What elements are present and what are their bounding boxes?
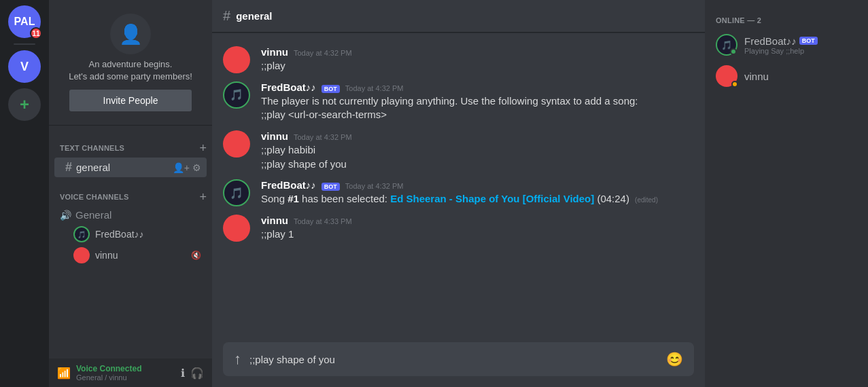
avatar-vinnu-2 <box>223 130 250 158</box>
message-text-3: ;;play habibi ;;play shape of you <box>261 143 694 171</box>
members-sidebar: ONLINE — 2 🎵 FredBoat♪♪ BOT Playing Say … <box>705 0 868 387</box>
song-duration: (04:24) <box>597 193 629 204</box>
channel-name-general: general <box>76 162 169 173</box>
server-divider <box>14 43 35 45</box>
channel-hash-icon: # <box>65 160 72 174</box>
message-author-3: vinnu <box>261 130 288 142</box>
chat-input-wrapper: ↑ 😊 <box>223 342 694 376</box>
member-item-vinnu[interactable]: vinnu <box>710 61 863 91</box>
voice-connected-status: Voice Connected <box>76 364 175 373</box>
voice-member-avatar-vinnu <box>73 247 90 263</box>
voice-connected-channel: General / vinnu <box>76 373 175 382</box>
voice-connected-bar: 📶 Voice Connected General / vinnu ℹ 🎧 <box>49 358 212 387</box>
song-prefix: Song <box>261 193 288 204</box>
chat-input-area: ↑ 😊 <box>212 342 705 387</box>
message-content-3: vinnu Today at 4:32 PM ;;play habibi ;;p… <box>261 130 694 171</box>
invite-people-button[interactable]: Invite People <box>69 90 192 111</box>
speaker-icon: 🔊 <box>60 210 71 221</box>
song-bold: #1 <box>288 193 299 204</box>
message-author-2: FredBoat♪♪ <box>261 81 316 93</box>
chat-channel-name: general <box>236 10 272 22</box>
settings-icon[interactable]: ⚙ <box>192 162 201 173</box>
voice-member-avatar-fredboat: 🎵 <box>73 226 90 242</box>
voice-connected-text: Voice Connected General / vinnu <box>76 364 175 382</box>
chat-hash-icon: # <box>223 8 230 24</box>
voice-channels-title: VOICE CHANNELS <box>60 193 128 201</box>
server-icon-pal[interactable]: PAL 11 <box>8 5 41 38</box>
message-header-2: FredBoat♪♪ BOT Today at 4:32 PM <box>261 81 694 93</box>
members-section-online-title: ONLINE — 2 <box>710 11 863 27</box>
song-middle: has been selected: <box>299 193 390 204</box>
message-author-4: FredBoat♪♪ <box>261 179 316 191</box>
bot-badge-1: BOT <box>322 85 340 93</box>
member-name-fredboat: FredBoat♪♪ <box>744 35 797 47</box>
message-timestamp-3: Today at 4:32 PM <box>294 133 352 141</box>
invite-avatar: 👤 <box>110 14 151 54</box>
message-text-4: Song #1 has been selected: Ed Sheeran - … <box>261 192 694 206</box>
voice-channel-general[interactable]: 🔊 General <box>54 206 207 223</box>
invite-text: An adventure begins. Let's add some part… <box>69 58 192 83</box>
avatar-vinnu-3 <box>223 215 250 242</box>
sidebar-top: 👤 An adventure begins. Let's add some pa… <box>49 0 212 126</box>
avatar-fredboat-2: 🎵 <box>223 179 250 206</box>
add-voice-channel-button[interactable]: + <box>199 191 207 203</box>
member-name-col-fredboat: FredBoat♪♪ BOT Playing Say ;;help <box>744 35 818 55</box>
message-header-1: vinnu Today at 4:32 PM <box>261 46 694 58</box>
text-channels-header[interactable]: TEXT CHANNELS + <box>49 131 212 157</box>
chat-messages: vinnu Today at 4:32 PM ;;play 🎵 FredBoat… <box>212 33 705 342</box>
channel-item-general[interactable]: # general 👤+ ⚙ <box>54 158 207 177</box>
member-online-dot-fredboat <box>730 48 737 55</box>
message-content-1: vinnu Today at 4:32 PM ;;play <box>261 46 694 73</box>
bot-badge-2: BOT <box>322 183 340 191</box>
voice-info-icon[interactable]: ℹ <box>181 367 185 380</box>
message-text-2: The player is not currently playing anyt… <box>261 94 694 122</box>
message-timestamp-1: Today at 4:32 PM <box>294 49 352 57</box>
text-channels-title: TEXT CHANNELS <box>60 144 124 152</box>
channel-actions: 👤+ ⚙ <box>173 162 201 173</box>
message-header-3: vinnu Today at 4:32 PM <box>261 130 694 142</box>
server-list: PAL 11 V + <box>0 0 49 387</box>
invite-section: 👤 An adventure begins. Let's add some pa… <box>60 8 201 119</box>
voice-headset-icon[interactable]: 🎧 <box>190 367 204 380</box>
avatar-vinnu-1 <box>223 46 250 73</box>
message-author-1: vinnu <box>261 46 288 58</box>
member-online-dot-vinnu <box>731 81 738 88</box>
message-group-3: vinnu Today at 4:32 PM ;;play habibi ;;p… <box>212 128 705 174</box>
voice-member-fredboat[interactable]: 🎵 FredBoat♪♪ <box>54 224 207 244</box>
member-name-col-vinnu: vinnu <box>744 71 769 82</box>
mute-icon: 🔇 <box>191 251 201 260</box>
chat-input-emoji-icon[interactable]: 😊 <box>666 351 683 367</box>
chat-input-field[interactable] <box>249 346 658 373</box>
member-name-vinnu: vinnu <box>744 71 769 82</box>
add-text-channel-button[interactable]: + <box>199 142 207 154</box>
member-avatar-vinnu <box>716 65 737 87</box>
channel-list: TEXT CHANNELS + # general 👤+ ⚙ VOICE CHA… <box>49 126 212 358</box>
message-group-2: 🎵 FredBoat♪♪ BOT Today at 4:32 PM The pl… <box>212 79 705 125</box>
chat-input-upload-icon[interactable]: ↑ <box>234 342 241 376</box>
message-content-2: FredBoat♪♪ BOT Today at 4:32 PM The play… <box>261 81 694 122</box>
message-header-4: FredBoat♪♪ BOT Today at 4:32 PM <box>261 179 694 191</box>
song-highlight: Ed Sheeran - Shape of You [Official Vide… <box>390 193 594 204</box>
message-timestamp-5: Today at 4:33 PM <box>294 217 352 225</box>
voice-channel-name: General <box>75 209 111 221</box>
message-group-5: vinnu Today at 4:33 PM ;;play 1 <box>212 212 705 244</box>
message-author-5: vinnu <box>261 215 288 226</box>
voice-channels-header[interactable]: VOICE CHANNELS + <box>49 180 212 206</box>
message-content-5: vinnu Today at 4:33 PM ;;play 1 <box>261 215 694 242</box>
add-member-icon[interactable]: 👤+ <box>173 162 190 173</box>
message-group-1: vinnu Today at 4:32 PM ;;play <box>212 43 705 76</box>
message-text-5: ;;play 1 <box>261 227 694 242</box>
chat-header: # general <box>212 0 705 33</box>
message-timestamp-4: Today at 4:32 PM <box>345 182 404 190</box>
voice-member-vinnu[interactable]: vinnu 🔇 <box>54 245 207 265</box>
voice-member-name-vinnu: vinnu <box>95 250 118 261</box>
voice-bar-icons: ℹ 🎧 <box>181 367 204 380</box>
add-server-button[interactable]: + <box>8 88 41 121</box>
main-chat: # general vinnu Today at 4:32 PM ;;play … <box>212 0 705 387</box>
member-avatar-fredboat: 🎵 <box>716 34 737 56</box>
message-group-4: 🎵 FredBoat♪♪ BOT Today at 4:32 PM Song #… <box>212 177 705 209</box>
member-item-fredboat[interactable]: 🎵 FredBoat♪♪ BOT Playing Say ;;help <box>710 30 863 60</box>
channel-sidebar: 👤 An adventure begins. Let's add some pa… <box>49 0 212 387</box>
server-icon-v[interactable]: V <box>8 50 41 83</box>
voice-member-name-fredboat: FredBoat♪♪ <box>95 229 144 240</box>
